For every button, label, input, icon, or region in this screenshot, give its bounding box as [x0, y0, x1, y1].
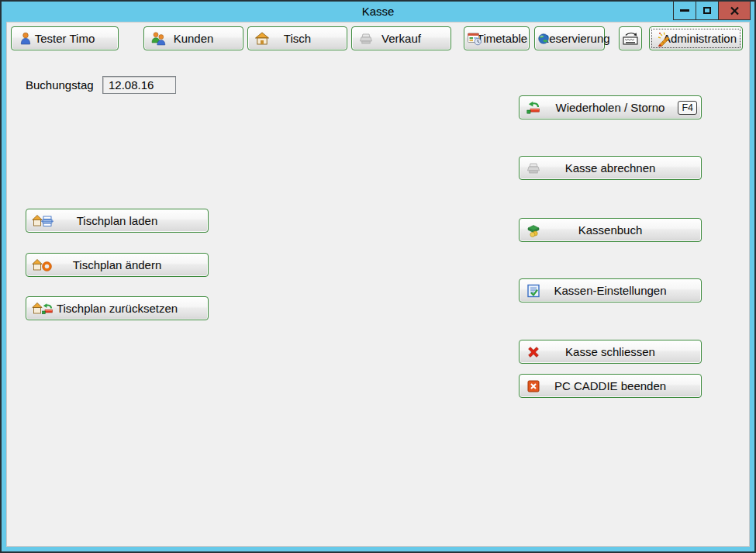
user-icon [16, 31, 35, 47]
button-label: Kasse abrechnen [565, 161, 656, 175]
button-label: Tischplan ändern [73, 258, 162, 271]
house-edit-icon [31, 257, 54, 273]
maximize-button[interactable] [696, 2, 719, 20]
kasse-schliessen-button[interactable]: Kasse schliessen [519, 340, 702, 364]
exit-icon [524, 378, 543, 394]
booking-day-field[interactable]: 12.08.16 [102, 76, 176, 94]
toolbar-button-verkauf[interactable]: Verkauf [351, 26, 451, 50]
minimize-button[interactable] [673, 2, 696, 20]
red-cross-icon [524, 344, 543, 360]
toolbar-button-timetable[interactable]: Timetable [464, 26, 530, 50]
keyboard-button[interactable] [619, 26, 642, 50]
toolbar-button-kunden[interactable]: Kunden [143, 26, 243, 50]
house-icon [253, 31, 271, 47]
customers-icon [149, 31, 167, 47]
kassenbuch-button[interactable]: Kassenbuch [519, 218, 702, 242]
house-reset-icon [31, 301, 54, 316]
cash-register-icon [357, 31, 375, 47]
window-controls [674, 2, 751, 20]
toolbar-button-label: Reservierung [540, 32, 609, 45]
button-label: Kassen-Einstellungen [554, 284, 666, 297]
kasse-abrechnen-button[interactable]: Kasse abrechnen [519, 156, 702, 180]
cash-register-icon [524, 161, 543, 176]
button-label: Tischplan zurücksetzen [57, 302, 178, 315]
button-label: Kassenbuch [578, 223, 643, 237]
booking-day-label: Buchungstag [26, 78, 94, 92]
pc-caddie-beenden-button[interactable]: PC CADDIE beenden [519, 374, 702, 398]
tischplan-zuruecksetzen-button[interactable]: Tischplan zurücksetzen [26, 296, 209, 320]
toolbar-button-tester-timo[interactable]: Tester Timo [11, 26, 119, 50]
tischplan-aendern-button[interactable]: Tischplan ändern [26, 253, 209, 277]
toolbar-button-label: Verkauf [381, 32, 421, 45]
settings-checklist-icon [524, 283, 543, 299]
toolbar-button-administration[interactable]: Administration [649, 26, 743, 50]
titlebar: Kasse [2, 2, 754, 22]
tischplan-laden-button[interactable]: Tischplan laden [26, 209, 209, 233]
close-icon [730, 6, 740, 16]
button-label: Kasse schliessen [565, 345, 655, 358]
toolbar-button-label: Administration [663, 32, 737, 45]
cashbook-icon [524, 223, 543, 238]
toolbar-button-tisch[interactable]: Tisch [247, 26, 347, 50]
wiederholen-storno-button[interactable]: Wiederholen / Storno F4 [519, 95, 702, 119]
undo-storno-icon [524, 100, 543, 116]
button-label: Wiederholen / Storno [556, 101, 665, 114]
toolbar-button-label: Kunden [174, 32, 214, 45]
toolbar-button-reservierung[interactable]: Reservierung [534, 26, 605, 50]
kassen-einstellungen-button[interactable]: Kassen-Einstellungen [519, 278, 702, 302]
button-label: Tischplan laden [77, 214, 158, 227]
maximize-icon [703, 7, 711, 14]
close-button[interactable] [718, 2, 751, 20]
kasse-window: Kasse Tester Timo [0, 0, 756, 553]
toolbar-button-label: Timetable [477, 32, 527, 45]
toolbar-button-label: Tester Timo [35, 32, 95, 45]
house-print-icon [31, 213, 54, 229]
content-area: Tester Timo Kunden Tisch Ve [6, 22, 750, 547]
keyboard-icon [621, 31, 640, 47]
minimize-icon [680, 9, 689, 12]
hotkey-badge: F4 [678, 101, 697, 115]
window-title: Kasse [362, 2, 395, 22]
button-label: PC CADDIE beenden [554, 379, 666, 392]
toolbar-button-label: Tisch [284, 32, 311, 45]
